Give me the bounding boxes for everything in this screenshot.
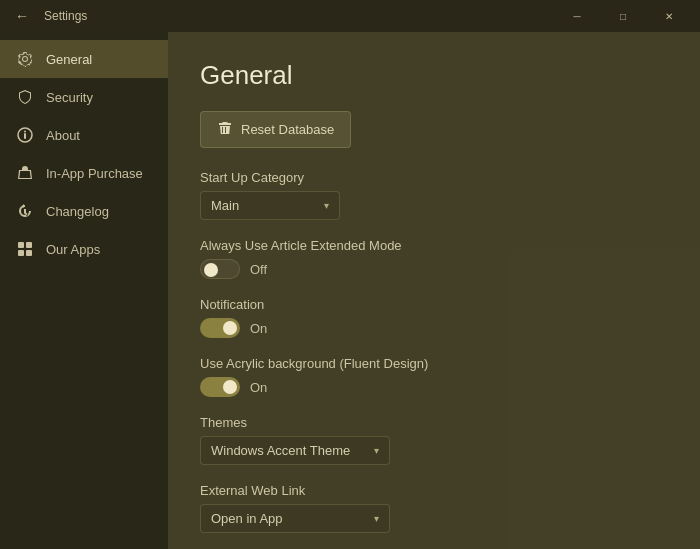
- acrylic-bg-group: Use Acrylic background (Fluent Design) O…: [200, 356, 668, 397]
- external-web-link-value: Open in App: [211, 511, 283, 526]
- article-extended-state: Off: [250, 262, 267, 277]
- page-title: General: [200, 60, 668, 91]
- notification-toggle[interactable]: [200, 318, 240, 338]
- sidebar-label-changelog: Changelog: [46, 204, 109, 219]
- external-web-link-label: External Web Link: [200, 483, 668, 498]
- svg-rect-5: [18, 250, 24, 256]
- sidebar-label-general: General: [46, 52, 92, 67]
- reset-database-button[interactable]: Reset Database: [200, 111, 351, 148]
- acrylic-bg-state: On: [250, 380, 267, 395]
- info-icon: [16, 126, 34, 144]
- startup-category-group: Start Up Category Main ▾: [200, 170, 668, 220]
- titlebar: ← Settings ─ □ ✕: [0, 0, 700, 32]
- sidebar: General Security About: [0, 32, 168, 549]
- reset-database-label: Reset Database: [241, 122, 334, 137]
- sidebar-item-in-app-purchase[interactable]: In-App Purchase: [0, 154, 168, 192]
- app-container: General Security About: [0, 32, 700, 549]
- titlebar-left: ← Settings: [8, 2, 87, 30]
- themes-group: Themes Windows Accent Theme ▾: [200, 415, 668, 465]
- article-extended-group: Always Use Article Extended Mode Off: [200, 238, 668, 279]
- startup-category-value: Main: [211, 198, 239, 213]
- sidebar-label-security: Security: [46, 90, 93, 105]
- svg-rect-3: [18, 242, 24, 248]
- startup-category-dropdown[interactable]: Main ▾: [200, 191, 340, 220]
- external-web-link-dropdown[interactable]: Open in App ▾: [200, 504, 390, 533]
- gear-icon: [16, 50, 34, 68]
- toggle-thumb: [223, 321, 237, 335]
- external-web-link-group: External Web Link Open in App ▾: [200, 483, 668, 533]
- grid-icon: [16, 240, 34, 258]
- acrylic-bg-toggle-row: On: [200, 377, 668, 397]
- sidebar-label-about: About: [46, 128, 80, 143]
- article-extended-label: Always Use Article Extended Mode: [200, 238, 668, 253]
- themes-label: Themes: [200, 415, 668, 430]
- sidebar-item-changelog[interactable]: Changelog: [0, 192, 168, 230]
- shield-icon: [16, 88, 34, 106]
- sidebar-item-security[interactable]: Security: [0, 78, 168, 116]
- close-button[interactable]: ✕: [646, 0, 692, 32]
- chevron-down-icon: ▾: [374, 513, 379, 524]
- notification-state: On: [250, 321, 267, 336]
- notification-label: Notification: [200, 297, 668, 312]
- back-button[interactable]: ←: [8, 2, 36, 30]
- svg-rect-4: [26, 242, 32, 248]
- themes-value: Windows Accent Theme: [211, 443, 350, 458]
- acrylic-bg-toggle[interactable]: [200, 377, 240, 397]
- minimize-button[interactable]: ─: [554, 0, 600, 32]
- startup-category-label: Start Up Category: [200, 170, 668, 185]
- sidebar-label-in-app-purchase: In-App Purchase: [46, 166, 143, 181]
- svg-rect-1: [24, 133, 26, 139]
- maximize-button[interactable]: □: [600, 0, 646, 32]
- svg-point-2: [24, 131, 26, 133]
- history-icon: [16, 202, 34, 220]
- svg-rect-6: [26, 250, 32, 256]
- sidebar-item-our-apps[interactable]: Our Apps: [0, 230, 168, 268]
- chevron-down-icon: ▾: [374, 445, 379, 456]
- sidebar-item-about[interactable]: About: [0, 116, 168, 154]
- main-content: General Reset Database Start Up Category…: [168, 32, 700, 549]
- chevron-down-icon: ▾: [324, 200, 329, 211]
- trash-icon: [217, 120, 233, 139]
- toggle-thumb: [204, 263, 218, 277]
- app-title: Settings: [44, 9, 87, 23]
- notification-toggle-row: On: [200, 318, 668, 338]
- window-controls: ─ □ ✕: [554, 0, 692, 32]
- article-extended-toggle[interactable]: [200, 259, 240, 279]
- toggle-thumb: [223, 380, 237, 394]
- notification-group: Notification On: [200, 297, 668, 338]
- bag-icon: [16, 164, 34, 182]
- sidebar-item-general[interactable]: General: [0, 40, 168, 78]
- article-extended-toggle-row: Off: [200, 259, 668, 279]
- themes-dropdown[interactable]: Windows Accent Theme ▾: [200, 436, 390, 465]
- acrylic-bg-label: Use Acrylic background (Fluent Design): [200, 356, 668, 371]
- sidebar-label-our-apps: Our Apps: [46, 242, 100, 257]
